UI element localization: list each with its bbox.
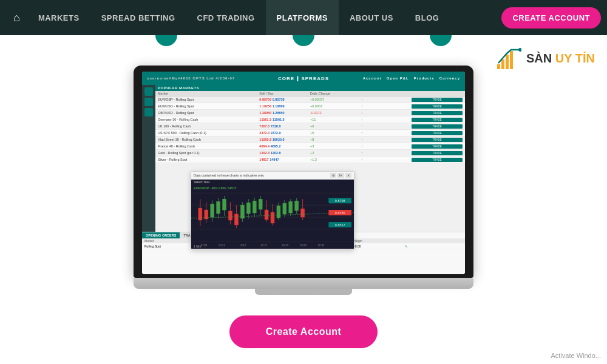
candlestick-chart: 0.8798 0.8750 0.8517 10:08 10:11 10:16 1…	[191, 180, 354, 249]
table-row: GBP/USD - Rolling Spot 1.28050 1.28650 -…	[155, 110, 465, 116]
svg-rect-11	[198, 208, 202, 220]
sidebar-item-3[interactable]	[144, 108, 153, 116]
svg-text:10:08: 10:08	[200, 244, 208, 247]
row-direction: ↑	[361, 151, 412, 155]
svg-rect-2	[506, 55, 509, 69]
row-prices: 1.19256 1.19889	[259, 104, 310, 108]
nav-markets[interactable]: MARKETS	[27, 0, 90, 35]
svg-text:10:24: 10:24	[282, 244, 289, 247]
svg-text:10:29: 10:29	[300, 244, 307, 247]
nav-blog[interactable]: BLOG	[404, 0, 450, 35]
brand-name: SÀN UY TÍN	[526, 52, 595, 66]
svg-point-4	[518, 48, 521, 52]
laptop-base	[134, 278, 473, 289]
row-prices: 0.85700 0.85738	[259, 98, 310, 101]
trading-app: username#My#4865 OPTS Ltd 4/236-07 CORE …	[142, 72, 465, 274]
row-direction: ↑	[361, 131, 412, 135]
row-direction: ↑	[361, 158, 412, 161]
chart-ctrl-close[interactable]: ✕	[345, 173, 351, 178]
nav-platforms[interactable]: PLATFORMS	[266, 0, 339, 35]
popular-markets-title: POPULAR MARKETS	[155, 85, 465, 91]
row-prices: 1.28050 1.28650	[259, 111, 310, 115]
chart-select-tool: Select Tool	[194, 180, 209, 184]
chart-controls[interactable]: ⚙ f✕ ✕	[330, 173, 351, 178]
trading-app-header: username#My#4865 OPTS Ltd 4/236-07 CORE …	[142, 72, 465, 85]
row-trade-btn[interactable]: TRADE	[412, 131, 463, 135]
row-direction: ↑	[361, 104, 412, 108]
row-prices: 11000.8 19020.0	[259, 138, 310, 141]
brand-logo-icon	[497, 47, 521, 69]
row-prices: 7307.6 7318.8	[259, 124, 310, 128]
svg-rect-29	[253, 201, 256, 213]
row-change: +2	[310, 151, 361, 155]
svg-rect-17	[217, 201, 220, 214]
svg-text:10:16: 10:16	[239, 244, 246, 247]
svg-rect-31	[259, 199, 262, 209]
row-trade-btn[interactable]: TRADE	[412, 158, 463, 162]
row-direction: ↑	[361, 98, 412, 101]
row-trade-btn[interactable]: TRADE	[412, 151, 463, 155]
nav-about-us[interactable]: ABOUT US	[339, 0, 404, 35]
nav-create-account-button[interactable]: CREATE ACCOUNT	[501, 7, 601, 29]
brand-logo: SÀN UY TÍN	[497, 47, 595, 69]
row-trade-btn[interactable]: TRADE	[412, 144, 463, 149]
trading-user-info: username#My#4865 OPTS Ltd 4/236-07	[147, 76, 235, 80]
svg-rect-41	[289, 201, 293, 213]
row-prices: 4894.4 4895.2	[259, 144, 310, 148]
trading-sidebar	[142, 85, 155, 232]
bottom-row-margin: GBP40.00	[347, 244, 404, 248]
svg-text:10:11: 10:11	[219, 244, 226, 247]
sidebar-item-1[interactable]	[144, 87, 153, 96]
brand-name-text: SÀN UY TÍN	[526, 52, 595, 66]
svg-rect-21	[229, 211, 232, 220]
svg-rect-43	[295, 201, 299, 211]
row-trade-btn[interactable]: TRADE	[412, 98, 463, 102]
tab-opening-orders[interactable]: OPENING ORDERS	[142, 232, 180, 238]
row-prices: 14817 14847	[259, 158, 310, 161]
row-market: Silver - Rolling Spot	[158, 158, 259, 161]
watermark: Activate Windo...	[551, 352, 601, 359]
home-icon[interactable]: ⌂	[6, 12, 27, 24]
table-row: Gold - Rolling Spot (per 0.1) 1202.3 120…	[155, 150, 465, 157]
row-trade-btn[interactable]: TRADE	[412, 104, 463, 109]
svg-rect-0	[497, 64, 500, 69]
row-change: +0.00037	[310, 98, 361, 101]
svg-rect-19	[223, 199, 226, 210]
table-row: EUR/GBP - Rolling Spot 0.85700 0.85738 +…	[155, 96, 465, 103]
sidebar-item-2[interactable]	[144, 98, 153, 106]
chart-body: 0.8798 0.8750 0.8517 10:08 10:11 10:16 1…	[191, 180, 354, 249]
svg-rect-3	[510, 51, 513, 69]
nav-spread-betting[interactable]: SPREAD BETTING	[90, 0, 186, 35]
laptop-screen-outer: username#My#4865 OPTS Ltd 4/236-07 CORE …	[134, 66, 473, 278]
svg-text:10:21: 10:21	[260, 244, 268, 247]
chart-ctrl-settings[interactable]: ⚙	[330, 173, 336, 178]
col-action	[412, 92, 463, 95]
create-account-button[interactable]: Create Account	[229, 315, 378, 348]
row-trade-btn[interactable]: TRADE	[412, 138, 463, 142]
table-row: Vlad Street 30 - Rolling Cash 11000.8 19…	[155, 136, 465, 143]
chart-pair-label: EUR/GBP · ROLLING SPOT	[194, 186, 237, 190]
trading-header-right: Account Open P&L Products Currency	[363, 76, 460, 80]
row-trade-btn[interactable]: TRADE	[412, 124, 463, 129]
table-row: US SPX 500 - Rolling Cash (0.1) 2372.4 2…	[155, 130, 465, 136]
row-trade-btn[interactable]: TRADE	[412, 118, 463, 122]
col-change: Daily Change	[310, 92, 361, 95]
row-market: UK 100 - Rolling Cash	[158, 124, 259, 128]
bottom-row-edit[interactable]: ✎	[405, 244, 463, 248]
row-direction: ↑	[361, 144, 412, 148]
chart-overlay: Data contained in these charts is indica…	[191, 171, 354, 250]
bottom-col-action	[405, 239, 463, 243]
chart-ctrl-fn[interactable]: f✕	[337, 173, 344, 178]
laptop-mockup: username#My#4865 OPTS Ltd 4/236-07 CORE …	[134, 66, 473, 302]
row-change: +3	[310, 144, 361, 148]
svg-text:10:32: 10:32	[317, 244, 325, 247]
svg-text:0.8517: 0.8517	[335, 223, 345, 227]
table-row: Germany 30 - Rolling Cash 11561.5 11561.…	[155, 116, 465, 123]
row-prices: 2372.4 2372.9	[259, 131, 310, 135]
col-market: Market	[158, 92, 259, 95]
row-prices: 1202.3 1202.8	[259, 151, 310, 155]
header-account: Account	[363, 76, 382, 80]
row-trade-btn[interactable]: TRADE	[412, 111, 463, 115]
header-products: Products	[414, 76, 435, 80]
nav-cfd-trading[interactable]: CFD TRADING	[186, 0, 266, 35]
